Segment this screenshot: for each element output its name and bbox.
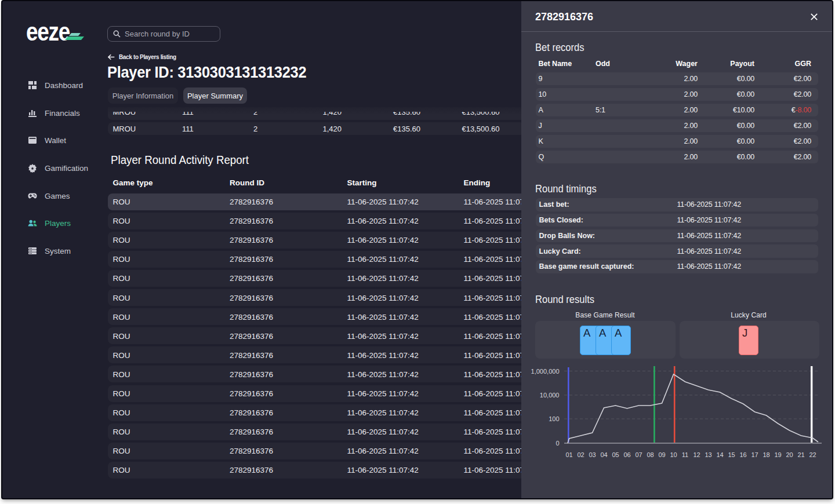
svg-text:01: 01 <box>565 451 572 458</box>
svg-text:22: 22 <box>809 451 816 458</box>
svg-text:10: 10 <box>670 451 677 458</box>
svg-text:02: 02 <box>577 451 584 458</box>
svg-text:07: 07 <box>635 451 642 458</box>
svg-text:17: 17 <box>751 451 758 458</box>
svg-text:10,000: 10,000 <box>540 392 560 399</box>
svg-text:05: 05 <box>612 451 619 458</box>
svg-text:06: 06 <box>623 451 630 458</box>
svg-text:15: 15 <box>728 451 735 458</box>
svg-text:0: 0 <box>556 440 559 447</box>
svg-text:11: 11 <box>682 451 688 458</box>
svg-text:13: 13 <box>705 451 711 458</box>
svg-text:12: 12 <box>693 451 700 458</box>
svg-text:16: 16 <box>739 451 746 458</box>
svg-text:04: 04 <box>600 451 607 458</box>
svg-text:18: 18 <box>763 451 769 458</box>
svg-text:08: 08 <box>647 451 654 458</box>
svg-text:19: 19 <box>774 451 781 458</box>
svg-text:14: 14 <box>716 451 723 458</box>
svg-text:09: 09 <box>658 451 665 458</box>
svg-text:03: 03 <box>589 451 596 458</box>
svg-text:21: 21 <box>797 451 804 458</box>
svg-text:100: 100 <box>549 415 559 422</box>
svg-text:1,000,000: 1,000,000 <box>531 368 560 375</box>
svg-text:20: 20 <box>786 451 793 458</box>
